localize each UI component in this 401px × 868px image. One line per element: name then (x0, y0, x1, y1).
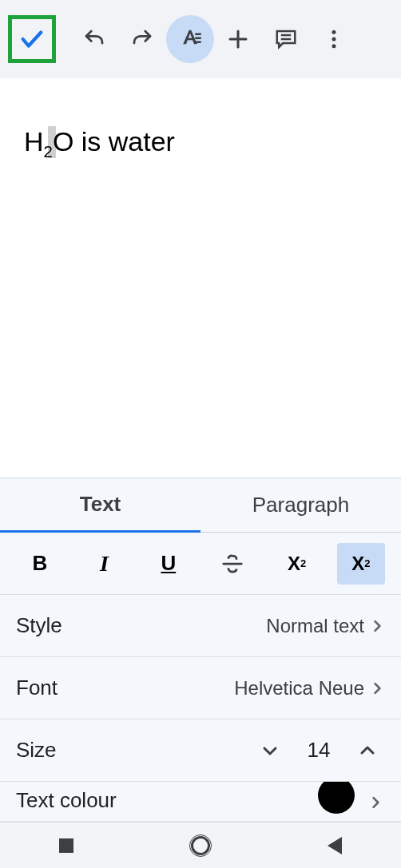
text-format-icon (178, 27, 202, 51)
comment-button[interactable] (262, 15, 310, 63)
superscript-button[interactable]: X2 (273, 543, 321, 585)
nav-recent-button[interactable] (59, 838, 73, 853)
nav-back-button[interactable] (328, 837, 342, 854)
strikethrough-icon (220, 552, 244, 576)
comment-icon (274, 27, 298, 51)
document-canvas[interactable]: H2O is water (0, 78, 401, 478)
undo-icon (82, 27, 106, 51)
style-value-text: Normal text (266, 615, 364, 637)
svg-point-8 (332, 38, 336, 42)
style-value: Normal text (266, 615, 385, 637)
size-increase-button[interactable] (350, 733, 385, 768)
italic-button[interactable]: I (80, 543, 128, 585)
insert-button[interactable] (214, 15, 262, 63)
size-decrease-button[interactable] (252, 733, 288, 768)
check-icon (18, 26, 46, 53)
strikethrough-button[interactable] (208, 543, 256, 585)
superscript-label: X (288, 553, 300, 575)
confirm-button[interactable] (8, 15, 56, 63)
font-value: Helvetica Neue (234, 677, 385, 700)
more-vert-icon (322, 27, 346, 51)
chevron-down-icon (260, 741, 280, 760)
plus-icon (226, 27, 250, 51)
svg-point-9 (332, 44, 336, 48)
inline-format-row: B I U X2 X2 (0, 533, 401, 595)
chevron-right-icon (367, 795, 383, 811)
undo-button[interactable] (70, 15, 118, 63)
bold-button[interactable]: B (16, 543, 64, 585)
underline-button[interactable]: U (145, 543, 193, 585)
subscript-button[interactable]: X2 (337, 543, 385, 585)
font-label: Font (16, 676, 234, 700)
style-row[interactable]: Style Normal text (0, 595, 401, 657)
redo-icon (130, 27, 154, 51)
doc-text-post: O is water (53, 126, 175, 157)
size-value[interactable]: 14 (299, 738, 339, 763)
triangle-left-icon (328, 837, 342, 854)
superscript-sup: 2 (300, 557, 306, 569)
square-icon (59, 838, 73, 853)
font-value-text: Helvetica Neue (234, 677, 364, 700)
text-format-button[interactable] (166, 15, 214, 63)
circle-icon (191, 836, 210, 855)
subscript-sub: 2 (364, 557, 370, 569)
redo-button[interactable] (118, 15, 166, 63)
svg-rect-1 (195, 38, 201, 40)
nav-home-button[interactable] (191, 836, 210, 855)
format-panel: Text Paragraph B I U X2 X2 Style Normal … (0, 478, 401, 822)
tab-text[interactable]: Text (0, 478, 200, 533)
panel-tabs: Text Paragraph (0, 478, 401, 533)
chevron-right-icon (369, 618, 385, 634)
text-colour-chevron (358, 785, 393, 820)
svg-point-7 (332, 30, 336, 34)
style-label: Style (16, 613, 266, 638)
more-button[interactable] (310, 15, 358, 63)
chevron-up-icon (358, 741, 377, 760)
editor-toolbar (0, 0, 401, 78)
system-nav-bar (0, 822, 401, 868)
chevron-right-icon (369, 680, 385, 696)
text-colour-row[interactable]: Text colour (0, 782, 401, 822)
size-row: Size 14 (0, 719, 401, 782)
tab-paragraph[interactable]: Paragraph (200, 478, 401, 533)
font-row[interactable]: Font Helvetica Neue (0, 657, 401, 719)
subscript-label: X (351, 553, 364, 575)
document-text: H2O is water (24, 126, 377, 161)
svg-rect-2 (195, 42, 201, 44)
doc-text-sub: 2 (44, 143, 53, 161)
size-label: Size (16, 738, 252, 763)
doc-text-pre: H (24, 126, 44, 157)
svg-rect-0 (195, 34, 201, 36)
